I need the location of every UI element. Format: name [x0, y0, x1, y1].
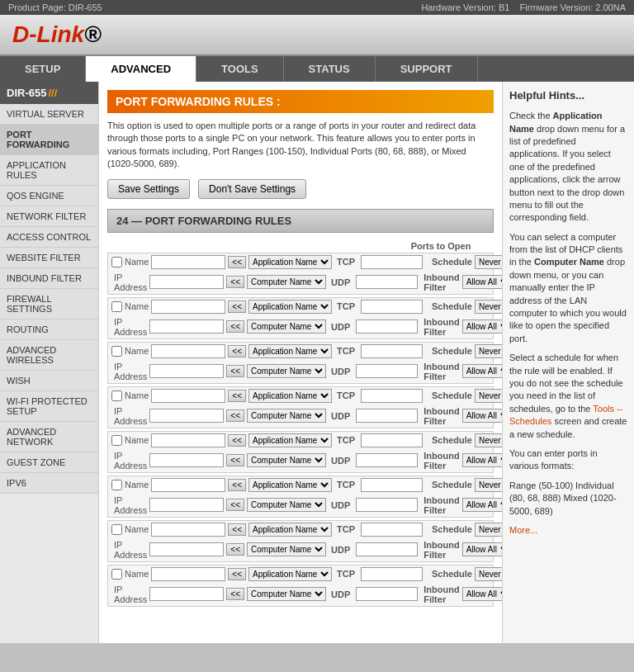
udp-input-2[interactable] [356, 364, 418, 378]
app-arrow-btn-6[interactable]: << [228, 523, 246, 536]
tools-schedules-link[interactable]: Tools -- Schedules [509, 404, 622, 426]
sidebar-item-access-control[interactable]: ACCESS CONTROL [0, 227, 98, 248]
rule-checkbox-6[interactable] [111, 524, 122, 535]
sidebar-item-application-rules[interactable]: APPLICATION RULES [0, 155, 98, 186]
computer-select-2[interactable]: Computer Name [247, 364, 326, 378]
arrow-btn-3[interactable]: << [226, 409, 244, 422]
sidebar-item-network-filter[interactable]: NETWORK FILTER [0, 206, 98, 227]
tab-setup[interactable]: SETUP [0, 56, 86, 82]
rule-checkbox-3[interactable] [111, 390, 122, 401]
app-select-7[interactable]: Application Name [248, 567, 332, 581]
tab-advanced[interactable]: ADVANCED [86, 56, 196, 82]
app-arrow-btn-1[interactable]: << [228, 301, 246, 313]
schedule-select-7[interactable]: Never Always [475, 567, 502, 581]
app-select-2[interactable]: Application Name [248, 344, 332, 358]
sidebar-item-advanced-network[interactable]: ADVANCED NETWORK [0, 422, 98, 452]
app-arrow-btn-2[interactable]: << [228, 345, 246, 357]
schedule-select-2[interactable]: Never Always [475, 344, 502, 358]
arrow-btn-7[interactable]: << [226, 588, 244, 600]
name-input-1[interactable] [151, 300, 225, 314]
ip-input-0[interactable] [149, 275, 224, 289]
inbound-select-4[interactable]: Allow All Deny All [462, 453, 502, 467]
app-select-1[interactable]: Application Name [248, 300, 332, 314]
inbound-select-1[interactable]: Allow All Deny All [462, 319, 502, 334]
rule-checkbox-2[interactable] [111, 346, 122, 357]
sidebar-item-advanced-wireless[interactable]: ADVANCED WIRELESS [0, 340, 98, 371]
app-arrow-btn-4[interactable]: << [228, 434, 246, 447]
tcp-input-4[interactable] [361, 433, 423, 447]
ip-input-4[interactable] [149, 453, 224, 467]
tcp-input-6[interactable] [361, 523, 423, 537]
udp-input-3[interactable] [356, 409, 418, 423]
arrow-btn-4[interactable]: << [226, 454, 244, 466]
tab-tools[interactable]: TOOLS [196, 56, 284, 82]
udp-input-4[interactable] [356, 453, 418, 467]
ip-input-3[interactable] [149, 409, 224, 423]
computer-select-7[interactable]: Computer Name [247, 587, 326, 601]
app-arrow-btn-0[interactable]: << [228, 256, 246, 268]
app-select-5[interactable]: Application Name [248, 478, 332, 492]
app-select-4[interactable]: Application Name [248, 433, 332, 447]
udp-input-5[interactable] [356, 498, 418, 512]
arrow-btn-6[interactable]: << [226, 543, 244, 556]
tcp-input-5[interactable] [361, 478, 423, 492]
tcp-input-2[interactable] [361, 344, 423, 358]
schedule-select-3[interactable]: Never Always [475, 389, 502, 403]
name-input-2[interactable] [151, 344, 225, 358]
sidebar-item-firewall-settings[interactable]: FIREWALL SETTINGS [0, 289, 98, 319]
tcp-input-3[interactable] [361, 389, 423, 403]
ip-input-7[interactable] [149, 587, 224, 601]
save-button[interactable]: Save Settings [107, 179, 190, 199]
sidebar-item-ipv6[interactable]: IPV6 [0, 473, 98, 494]
rule-checkbox-4[interactable] [111, 435, 122, 446]
app-arrow-btn-5[interactable]: << [228, 479, 246, 491]
tcp-input-0[interactable] [361, 255, 423, 269]
computer-select-3[interactable]: Computer Name [247, 409, 326, 423]
arrow-btn-0[interactable]: << [226, 276, 244, 288]
schedule-select-5[interactable]: Never Always [475, 478, 502, 492]
inbound-select-5[interactable]: Allow All Deny All [462, 498, 502, 512]
inbound-select-0[interactable]: Allow All Deny All [462, 275, 502, 289]
tcp-input-7[interactable] [361, 567, 423, 581]
sidebar-item-guest-zone[interactable]: GUEST ZONE [0, 452, 98, 473]
sidebar-item-wish[interactable]: WISH [0, 371, 98, 391]
udp-input-1[interactable] [356, 319, 418, 334]
sidebar-item-website-filter[interactable]: WEBSITE FILTER [0, 248, 98, 268]
tab-support[interactable]: SUPPORT [376, 56, 478, 82]
rule-checkbox-0[interactable] [111, 257, 122, 267]
schedule-select-6[interactable]: Never Always [475, 523, 502, 537]
tab-status[interactable]: STATUS [284, 56, 376, 82]
sidebar-item-wifi-protected[interactable]: WI-FI PROTECTED SETUP [0, 391, 98, 422]
sidebar-item-routing[interactable]: ROUTING [0, 319, 98, 340]
rule-checkbox-5[interactable] [111, 480, 122, 490]
name-input-4[interactable] [151, 433, 225, 447]
udp-input-6[interactable] [356, 542, 418, 556]
ip-input-5[interactable] [149, 498, 224, 512]
app-select-3[interactable]: Application Name [248, 389, 332, 403]
computer-select-0[interactable]: Computer Name [247, 275, 326, 289]
name-input-6[interactable] [151, 523, 225, 537]
computer-select-1[interactable]: Computer Name [247, 319, 326, 334]
rule-checkbox-7[interactable] [111, 569, 122, 580]
sidebar-item-virtual-server[interactable]: VIRTUAL SERVER [0, 104, 98, 125]
ip-input-2[interactable] [149, 364, 224, 378]
udp-input-0[interactable] [356, 275, 418, 289]
app-select-6[interactable]: Application Name [248, 523, 332, 537]
sidebar-item-port-forwarding[interactable]: PORT FORWARDING [0, 125, 98, 155]
ip-input-1[interactable] [149, 319, 224, 334]
arrow-btn-1[interactable]: << [226, 320, 244, 333]
name-input-5[interactable] [151, 478, 225, 492]
dont-save-button[interactable]: Don't Save Settings [198, 179, 306, 199]
inbound-select-7[interactable]: Allow All Deny All [462, 587, 502, 601]
inbound-select-3[interactable]: Allow All Deny All [462, 409, 502, 423]
ip-input-6[interactable] [149, 542, 224, 556]
tcp-input-1[interactable] [361, 300, 423, 314]
name-input-0[interactable] [151, 255, 225, 269]
name-input-3[interactable] [151, 389, 225, 403]
computer-select-6[interactable]: Computer Name [247, 542, 326, 556]
computer-select-4[interactable]: Computer Name [247, 453, 326, 467]
schedule-select-4[interactable]: Never Always [475, 433, 502, 447]
schedule-select-0[interactable]: Never Always [475, 255, 502, 269]
app-select-0[interactable]: Application Name [248, 255, 332, 269]
rule-checkbox-1[interactable] [111, 301, 122, 312]
